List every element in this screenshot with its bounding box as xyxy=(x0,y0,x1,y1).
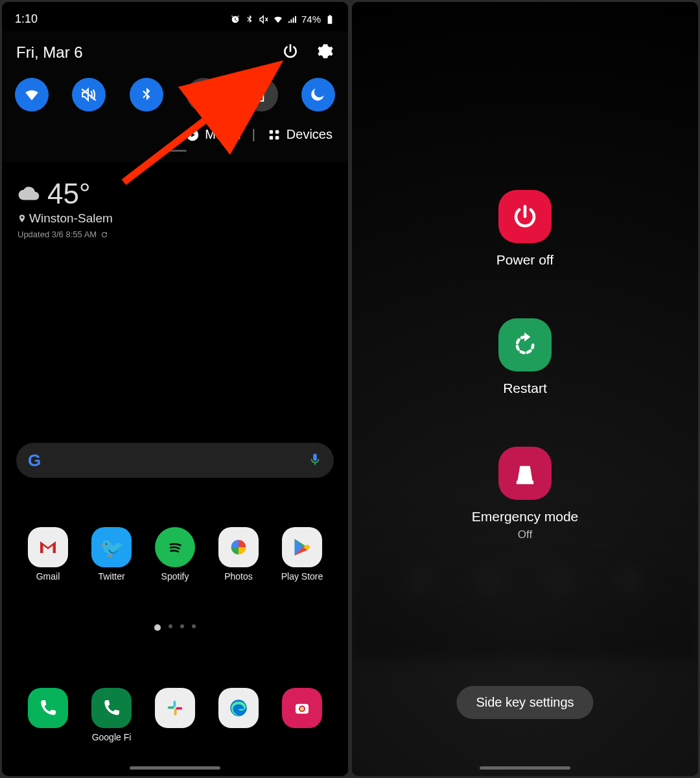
svg-rect-9 xyxy=(176,707,182,710)
nav-gesture-bar[interactable] xyxy=(480,766,570,770)
panel-date: Fri, Mar 6 xyxy=(16,43,83,62)
emergency-mode-button[interactable]: Emergency mode Off xyxy=(472,447,579,541)
svg-rect-7 xyxy=(168,707,174,709)
qs-power-saving[interactable] xyxy=(244,78,278,112)
wifi-icon xyxy=(273,14,283,25)
bluetooth-icon xyxy=(244,14,255,25)
side-key-label: Side key settings xyxy=(476,695,574,709)
cloud-icon xyxy=(18,182,42,206)
settings-button[interactable] xyxy=(317,43,334,62)
status-bar: 1:10 74% xyxy=(2,2,348,31)
svg-point-13 xyxy=(300,707,304,711)
qs-sound-vibrate[interactable] xyxy=(72,78,106,112)
phone-quick-settings: 1:10 74% Fri, Mar 6 xyxy=(2,2,348,776)
page-indicator xyxy=(2,624,348,631)
notification-panel: Fri, Mar 6 Media | xyxy=(2,31,348,162)
restart-label: Restart xyxy=(503,381,547,396)
restart-button[interactable]: Restart xyxy=(498,318,552,396)
refresh-icon xyxy=(100,231,108,239)
mute-vibrate-icon xyxy=(259,14,269,25)
signal-icon xyxy=(287,14,298,25)
media-button[interactable]: Media xyxy=(185,127,240,142)
app-spotify[interactable]: Spotify xyxy=(150,527,200,582)
qs-wifi[interactable] xyxy=(15,78,49,112)
app-twitter[interactable]: 🐦Twitter xyxy=(87,527,136,582)
alarm-icon xyxy=(230,14,240,25)
battery-icon xyxy=(325,14,335,25)
devices-button[interactable]: Devices xyxy=(267,127,332,142)
restart-icon xyxy=(511,331,539,359)
google-logo: G xyxy=(28,451,41,471)
power-button[interactable] xyxy=(282,43,299,62)
media-label: Media xyxy=(205,127,240,142)
power-off-label: Power off xyxy=(496,252,554,268)
mic-icon[interactable] xyxy=(308,452,322,469)
quick-settings-row xyxy=(15,75,335,123)
temperature: 45° xyxy=(47,178,91,210)
svg-rect-2 xyxy=(270,130,274,134)
status-icons: 74% xyxy=(230,14,335,25)
nav-gesture-bar[interactable] xyxy=(130,766,220,770)
dock-edge[interactable] xyxy=(214,688,263,742)
emergency-state: Off xyxy=(518,528,532,541)
clock: 1:10 xyxy=(15,12,38,26)
qs-bluetooth[interactable] xyxy=(130,78,163,112)
app-row: Gmail 🐦Twitter Spotify Photos Play Store xyxy=(2,527,348,582)
divider: | xyxy=(252,127,255,142)
svg-rect-0 xyxy=(329,18,332,23)
updated-text: Updated 3/6 8:55 AM xyxy=(18,230,97,239)
power-icon xyxy=(511,203,539,230)
svg-rect-3 xyxy=(275,130,279,134)
dock-google-fi[interactable]: Google Fi xyxy=(87,688,136,742)
google-search-bar[interactable]: G xyxy=(16,443,334,478)
pin-icon xyxy=(18,214,27,223)
svg-rect-5 xyxy=(275,136,279,139)
app-gmail[interactable]: Gmail xyxy=(23,527,73,582)
dock: Google Fi xyxy=(2,688,348,742)
dock-slack[interactable] xyxy=(150,688,200,742)
battery-percent: 74% xyxy=(301,14,321,25)
qs-flashlight[interactable] xyxy=(187,78,220,112)
panel-drag-handle[interactable] xyxy=(163,150,187,152)
svg-rect-8 xyxy=(174,709,177,715)
power-menu: Power off Restart Emergency mode Off xyxy=(352,2,698,541)
emergency-icon xyxy=(511,460,539,487)
side-key-settings-button[interactable]: Side key settings xyxy=(456,686,593,719)
dock-phone[interactable] xyxy=(23,688,73,742)
app-play-store[interactable]: Play Store xyxy=(277,527,327,582)
qs-dnd[interactable] xyxy=(301,78,335,112)
location: Winston-Salem xyxy=(29,211,113,226)
app-photos[interactable]: Photos xyxy=(214,527,263,582)
weather-widget[interactable]: 45° Winston-Salem Updated 3/6 8:55 AM xyxy=(2,162,348,239)
phone-power-menu: Power off Restart Emergency mode Off Sid… xyxy=(352,2,698,776)
emergency-label: Emergency mode xyxy=(472,509,579,525)
svg-rect-6 xyxy=(174,701,176,707)
devices-label: Devices xyxy=(286,127,332,142)
dock-camera[interactable] xyxy=(277,688,327,742)
power-off-button[interactable]: Power off xyxy=(496,190,554,268)
svg-rect-4 xyxy=(270,136,274,139)
